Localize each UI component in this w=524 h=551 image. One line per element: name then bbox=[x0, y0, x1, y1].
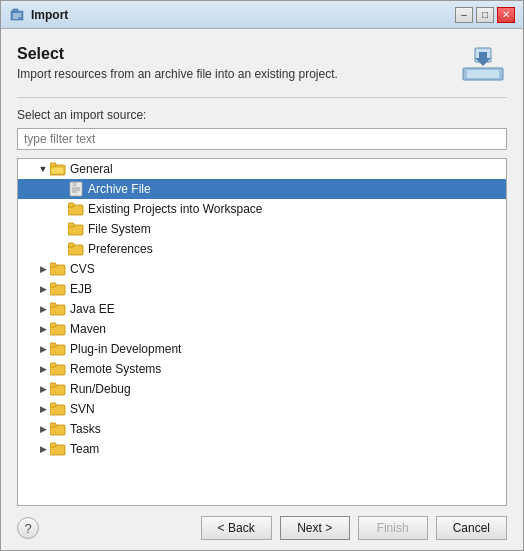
svg-rect-36 bbox=[50, 383, 56, 387]
minimize-button[interactable]: – bbox=[455, 7, 473, 23]
import-dialog: Import – □ ✕ Select Import resources fro… bbox=[0, 0, 524, 551]
svg-rect-32 bbox=[50, 343, 56, 347]
cancel-button[interactable]: Cancel bbox=[436, 516, 507, 540]
svg-rect-11 bbox=[51, 167, 64, 174]
expand-arrow-maven[interactable]: ▶ bbox=[36, 322, 50, 336]
folder-icon-svn bbox=[50, 401, 66, 417]
expand-arrow-plugin[interactable]: ▶ bbox=[36, 342, 50, 356]
page-header-text: Select Import resources from an archive … bbox=[17, 45, 338, 81]
expand-arrow-team[interactable]: ▶ bbox=[36, 442, 50, 456]
tree-item-remote-systems[interactable]: ▶ Remote Systems bbox=[18, 359, 506, 379]
tree-label-java-ee: Java EE bbox=[70, 302, 115, 316]
tree-item-file-system[interactable]: ▶ File System bbox=[18, 219, 506, 239]
svg-rect-38 bbox=[50, 403, 56, 407]
folder-icon-fs bbox=[68, 221, 84, 237]
tree-item-ejb[interactable]: ▶ EJB bbox=[18, 279, 506, 299]
page-header: Select Import resources from an archive … bbox=[17, 45, 507, 85]
svg-rect-40 bbox=[50, 423, 56, 427]
help-button[interactable]: ? bbox=[17, 517, 39, 539]
folder-icon-existing bbox=[68, 201, 84, 217]
svg-rect-13 bbox=[73, 182, 76, 186]
folder-icon-remote bbox=[50, 361, 66, 377]
expand-arrow-general[interactable]: ▼ bbox=[36, 162, 50, 176]
tree-item-tasks[interactable]: ▶ Tasks bbox=[18, 419, 506, 439]
tree-label-preferences: Preferences bbox=[88, 242, 153, 256]
folder-icon-team bbox=[50, 441, 66, 457]
next-button[interactable]: Next > bbox=[280, 516, 350, 540]
folder-icon-ejb bbox=[50, 281, 66, 297]
tree-item-general[interactable]: ▼ General bbox=[18, 159, 506, 179]
svg-rect-42 bbox=[50, 443, 56, 447]
tree-item-java-ee[interactable]: ▶ Java EE bbox=[18, 299, 506, 319]
tree-container[interactable]: ▼ General ▶ bbox=[17, 158, 507, 506]
tree-label-general: General bbox=[70, 162, 113, 176]
tree-label-remote-systems: Remote Systems bbox=[70, 362, 161, 376]
folder-icon-jee bbox=[50, 301, 66, 317]
svg-rect-0 bbox=[11, 11, 23, 20]
dialog-content: Select Import resources from an archive … bbox=[1, 29, 523, 550]
page-description: Import resources from an archive file in… bbox=[17, 67, 338, 81]
title-bar-left: Import bbox=[9, 7, 68, 23]
svg-rect-30 bbox=[50, 323, 56, 327]
tree-label-run-debug: Run/Debug bbox=[70, 382, 131, 396]
folder-icon-run bbox=[50, 381, 66, 397]
folder-icon-plugin bbox=[50, 341, 66, 357]
tree-label-archive-file: Archive File bbox=[88, 182, 151, 196]
svg-rect-34 bbox=[50, 363, 56, 367]
folder-icon-cvs bbox=[50, 261, 66, 277]
svg-rect-26 bbox=[50, 283, 56, 287]
page-title: Select bbox=[17, 45, 338, 63]
tree-item-maven[interactable]: ▶ Maven bbox=[18, 319, 506, 339]
tree-item-plugin-dev[interactable]: ▶ Plug-in Development bbox=[18, 339, 506, 359]
svg-rect-20 bbox=[68, 223, 74, 227]
title-bar: Import – □ ✕ bbox=[1, 1, 523, 29]
import-source-label: Select an import source: bbox=[17, 108, 507, 122]
expand-arrow-jee[interactable]: ▶ bbox=[36, 302, 50, 316]
folder-icon-maven bbox=[50, 321, 66, 337]
tree-label-plugin-dev: Plug-in Development bbox=[70, 342, 181, 356]
tree-item-team[interactable]: ▶ Team bbox=[18, 439, 506, 459]
finish-button[interactable]: Finish bbox=[358, 516, 428, 540]
button-bar: ? < Back Next > Finish Cancel bbox=[17, 506, 507, 540]
expand-arrow-remote[interactable]: ▶ bbox=[36, 362, 50, 376]
tree-label-maven: Maven bbox=[70, 322, 106, 336]
tree-label-cvs: CVS bbox=[70, 262, 95, 276]
tree-item-existing-projects[interactable]: ▶ Existing Projects into Workspace bbox=[18, 199, 506, 219]
tree-label-file-system: File System bbox=[88, 222, 151, 236]
filter-input[interactable] bbox=[17, 128, 507, 150]
header-divider bbox=[17, 97, 507, 98]
tree-item-preferences[interactable]: ▶ Preferences bbox=[18, 239, 506, 259]
back-button[interactable]: < Back bbox=[201, 516, 272, 540]
svg-rect-22 bbox=[68, 243, 74, 247]
svg-rect-10 bbox=[50, 163, 56, 167]
svg-rect-6 bbox=[467, 70, 499, 78]
expand-arrow-cvs[interactable]: ▶ bbox=[36, 262, 50, 276]
expand-arrow-tasks[interactable]: ▶ bbox=[36, 422, 50, 436]
folder-icon-prefs bbox=[68, 241, 84, 257]
close-button[interactable]: ✕ bbox=[497, 7, 515, 23]
window-icon bbox=[9, 7, 25, 23]
svg-rect-1 bbox=[13, 9, 18, 12]
tree-item-run-debug[interactable]: ▶ Run/Debug bbox=[18, 379, 506, 399]
window-title: Import bbox=[31, 8, 68, 22]
folder-open-icon-general bbox=[50, 161, 66, 177]
tree-label-team: Team bbox=[70, 442, 99, 456]
maximize-button[interactable]: □ bbox=[476, 7, 494, 23]
tree-label-existing-projects: Existing Projects into Workspace bbox=[88, 202, 263, 216]
title-bar-buttons: – □ ✕ bbox=[455, 7, 515, 23]
import-icon bbox=[459, 45, 507, 85]
tree-item-archive-file[interactable]: ▶ Archive File bbox=[18, 179, 506, 199]
svg-rect-18 bbox=[68, 203, 74, 207]
expand-arrow-ejb[interactable]: ▶ bbox=[36, 282, 50, 296]
svg-rect-24 bbox=[50, 263, 56, 267]
tree-label-ejb: EJB bbox=[70, 282, 92, 296]
tree-item-cvs[interactable]: ▶ CVS bbox=[18, 259, 506, 279]
tree-label-svn: SVN bbox=[70, 402, 95, 416]
tree-item-svn[interactable]: ▶ SVN bbox=[18, 399, 506, 419]
tree-label-tasks: Tasks bbox=[70, 422, 101, 436]
expand-arrow-run[interactable]: ▶ bbox=[36, 382, 50, 396]
svg-rect-28 bbox=[50, 303, 56, 307]
expand-arrow-svn[interactable]: ▶ bbox=[36, 402, 50, 416]
folder-icon-tasks bbox=[50, 421, 66, 437]
archive-file-icon bbox=[68, 181, 84, 197]
